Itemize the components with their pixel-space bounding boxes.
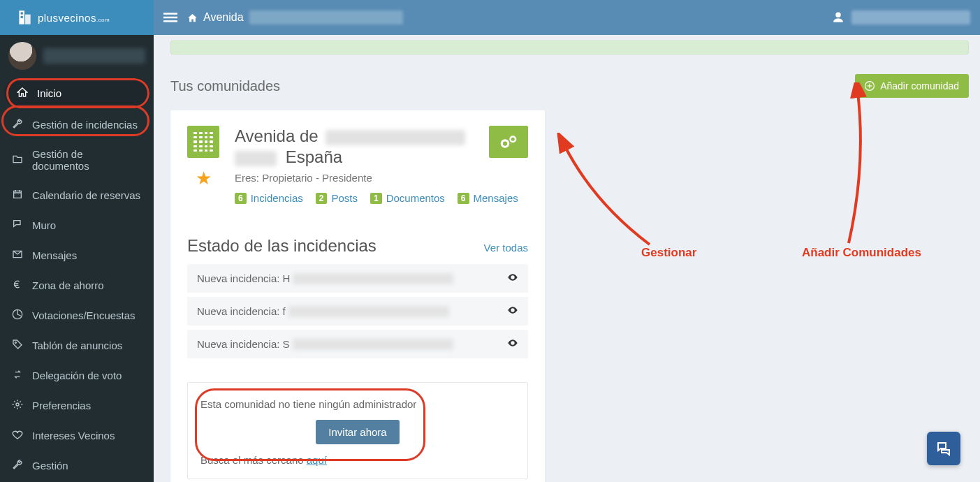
retweet-icon <box>11 369 24 382</box>
sidebar-item-delegaci-n-de-voto[interactable]: Delegación de voto <box>0 360 154 390</box>
incident-prefix: Nueva incidencia: f <box>197 305 286 317</box>
sidebar-item-tabl-n-de-anuncios[interactable]: Tablón de anuncios <box>0 330 154 360</box>
svg-point-7 <box>15 342 16 343</box>
add-community-button[interactable]: Añadir comunidad <box>855 74 969 98</box>
incident-row[interactable]: Nueva incidencia: S <box>187 330 528 358</box>
community-stat-posts[interactable]: 2Posts <box>316 192 358 204</box>
community-stat-documentos[interactable]: 1Documentos <box>370 192 445 204</box>
favorite-star-icon[interactable]: ★ <box>196 168 212 189</box>
invite-admin-panel: Esta comunidad no tiene ningún administr… <box>187 382 528 479</box>
incident-redacted <box>293 273 453 284</box>
username-redacted <box>851 10 970 24</box>
sidebar-item-gesti-n-de-incidencias[interactable]: Gestión de incidencias <box>0 110 154 140</box>
invite-here-link[interactable]: aquí <box>307 454 327 466</box>
topbar: plusvecinos.com Avenida <box>0 0 980 35</box>
svg-point-13 <box>503 141 507 145</box>
sidebar-item-label: Votaciones/Encuestas <box>32 309 136 321</box>
euro-icon <box>11 279 24 292</box>
sidebar-item-intereses-vecinos[interactable]: Intereses Vecinos <box>0 421 154 451</box>
folder-icon <box>11 154 24 167</box>
stat-count-badge: 6 <box>235 193 247 204</box>
community-stat-incidencias[interactable]: 6Incidencias <box>235 192 303 204</box>
incident-prefix: Nueva incidencia: H <box>197 272 290 284</box>
community-title-redacted-2 <box>235 151 277 166</box>
sidebar-item-label: Zona de ahorro <box>32 279 104 291</box>
svg-rect-6 <box>163 20 177 22</box>
section-title: Tus comunidades <box>170 78 280 94</box>
home-icon <box>16 87 29 100</box>
sidebar: InicioGestión de incidenciasGestión de d… <box>0 35 154 482</box>
add-community-label: Añadir comunidad <box>880 80 959 92</box>
invite-text: Esta comunidad no tiene ningún administr… <box>200 398 515 410</box>
svg-rect-1 <box>25 15 31 24</box>
manage-community-button[interactable] <box>489 126 528 158</box>
svg-rect-4 <box>163 13 177 15</box>
heart-icon <box>11 429 24 442</box>
community-title[interactable]: Avenida de España <box>235 126 482 168</box>
sidebar-item-label: Preferencias <box>32 400 91 411</box>
tags-icon <box>11 339 24 352</box>
incidents-title: Estado de las incidencias <box>187 236 376 256</box>
envelope-icon <box>11 249 24 262</box>
invite-now-button[interactable]: Invitar ahora <box>316 420 399 444</box>
sidebar-item-calendario-de-reservas[interactable]: Calendario de reservas <box>0 180 154 210</box>
stat-count-badge: 2 <box>316 193 328 204</box>
sidebar-user-panel[interactable] <box>0 35 154 77</box>
user-menu[interactable] <box>832 10 970 24</box>
sidebar-item-zona-de-ahorro[interactable]: Zona de ahorro <box>0 270 154 300</box>
chat-fab-button[interactable] <box>927 432 960 465</box>
stat-label: Documentos <box>386 192 445 204</box>
chat-icon <box>935 440 952 457</box>
breadcrumb[interactable]: Avenida <box>187 10 403 24</box>
sidebar-item-mensajes[interactable]: Mensajes <box>0 240 154 270</box>
stat-label: Posts <box>331 192 358 204</box>
invite-footer: Busca el más cercano aquí <box>200 454 515 466</box>
brand-logo[interactable]: plusvecinos.com <box>0 0 154 35</box>
menu-toggle-icon[interactable] <box>163 10 177 24</box>
notice-banner <box>170 41 969 54</box>
incident-row[interactable]: Nueva incidencia: f <box>187 297 528 326</box>
svg-rect-5 <box>163 17 177 19</box>
incident-prefix: Nueva incidencia: S <box>197 338 290 350</box>
eye-icon[interactable] <box>507 272 518 285</box>
stat-count-badge: 6 <box>458 193 469 204</box>
sidebar-item-gesti-n-de-documentos[interactable]: Gestión de documentos <box>0 140 154 180</box>
sidebar-item-label: Gestión de incidencias <box>32 119 138 131</box>
svg-point-15 <box>511 138 515 141</box>
sidebar-item-votaciones-encuestas[interactable]: Votaciones/Encuestas <box>0 300 154 330</box>
incident-row[interactable]: Nueva incidencia: H <box>187 264 528 293</box>
sidebar-item-muro[interactable]: Muro <box>0 210 154 240</box>
incident-redacted <box>288 306 449 317</box>
plus-circle-icon <box>865 81 875 91</box>
community-stat-mensajes[interactable]: 6Mensajes <box>458 192 518 204</box>
svg-rect-11 <box>868 85 872 86</box>
eye-icon[interactable] <box>507 337 518 351</box>
svg-point-8 <box>16 403 19 406</box>
stat-label: Mensajes <box>474 192 518 204</box>
home-icon <box>187 13 198 23</box>
gears-icon <box>498 133 519 151</box>
incidents-see-all-link[interactable]: Ver todas <box>484 242 528 254</box>
calendar-icon <box>11 189 24 202</box>
sidebar-item-inicio[interactable]: Inicio <box>4 78 149 108</box>
community-role: Eres: Propietario - Presidente <box>235 172 528 184</box>
stat-label: Incidencias <box>251 192 303 204</box>
wrench-icon <box>11 459 24 472</box>
community-building-icon <box>187 126 219 158</box>
stat-count-badge: 1 <box>370 193 382 204</box>
comments-icon <box>11 219 24 232</box>
sidebar-item-label: Intereses Vecinos <box>32 430 115 441</box>
sidebar-item-preferencias[interactable]: Preferencias <box>0 390 154 421</box>
sidebar-item-label: Muro <box>32 219 56 231</box>
breadcrumb-redacted <box>249 10 403 24</box>
main-content: Tus comunidades Añadir comunidad ★ Aveni… <box>154 35 980 482</box>
community-title-redacted <box>326 130 465 145</box>
sidebar-item-label: Calendario de reservas <box>32 189 140 201</box>
svg-rect-2 <box>21 12 23 14</box>
sidebar-item-label: Tablón de anuncios <box>32 339 122 351</box>
wrench-icon <box>11 118 24 131</box>
svg-rect-3 <box>21 16 23 18</box>
sidebar-item-label: Mensajes <box>32 249 77 261</box>
sidebar-item-gesti-n[interactable]: Gestión <box>0 451 154 481</box>
eye-icon[interactable] <box>507 305 518 318</box>
